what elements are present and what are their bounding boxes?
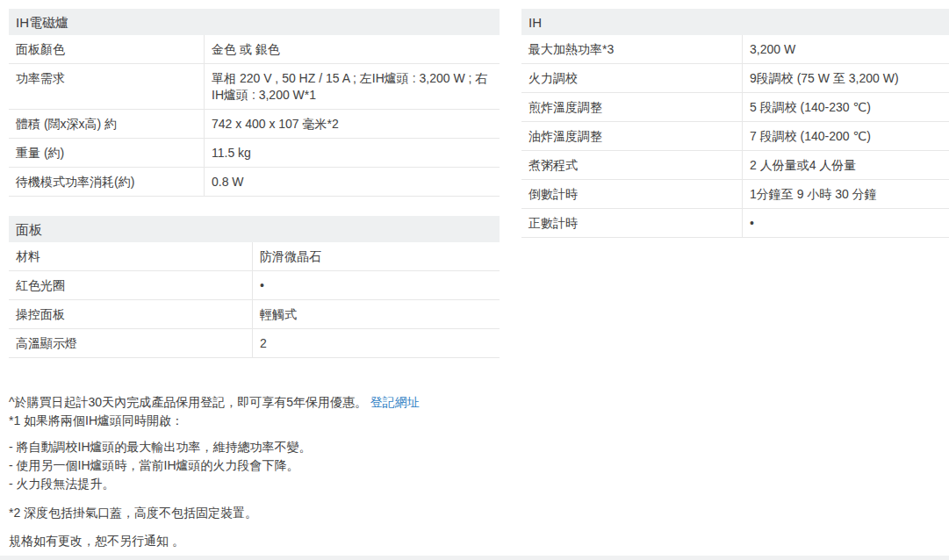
spec-label: 煎炸溫度調整: [521, 93, 742, 121]
table-title: IH電磁爐: [9, 9, 500, 35]
spec-value: 防滑微晶石: [252, 242, 500, 270]
spec-label: 重量 (約): [9, 139, 204, 167]
spec-label: 高溫顯示燈: [9, 329, 252, 357]
table-row: 火力調校 9段調校 (75 W 至 3,200 W): [521, 64, 949, 93]
spec-label: 紅色光圈: [9, 271, 252, 299]
spec-table-ih: IH 最大加熱功率*3 3,200 W 火力調校 9段調校 (75 W 至 3,…: [521, 9, 949, 238]
spec-value: 11.5 kg: [204, 139, 500, 167]
table-row: 重量 (約) 11.5 kg: [9, 139, 500, 168]
spec-label: 火力調校: [521, 64, 742, 92]
spec-value: 輕觸式: [252, 300, 500, 328]
spec-label: 油炸溫度調整: [521, 122, 742, 150]
spec-value: 3,200 W: [742, 35, 949, 63]
table-title: 面板: [9, 216, 500, 242]
table-row: 紅色光圈 •: [9, 271, 500, 300]
spec-value: •: [252, 271, 500, 299]
table-row: 待機模式功率消耗(約) 0.8 W: [9, 168, 500, 197]
spec-label: 材料: [9, 242, 252, 270]
table-row: 體積 (闊x深x高) 約 742 x 400 x 107 毫米*2: [9, 110, 500, 139]
footnote-2: *2 深度包括掛氣口蓋，高度不包括固定裝置。: [9, 504, 949, 522]
table-row: 面板顏色 金色 或 銀色: [9, 35, 500, 64]
table-row: 材料 防滑微晶石: [9, 242, 500, 271]
spec-value: 7 段調校 (140-200 ℃): [742, 122, 949, 150]
table-row: 高溫顯示燈 2: [9, 329, 500, 358]
spec-value: 0.8 W: [204, 168, 500, 196]
spec-label: 待機模式功率消耗(約): [9, 168, 204, 196]
spec-label: 正數計時: [521, 209, 742, 237]
table-row: 油炸溫度調整 7 段調校 (140-200 ℃): [521, 122, 949, 151]
spec-value: 2 人份量或4 人份量: [742, 151, 949, 179]
footnote-1-item: - 火力段無法提升。: [9, 475, 949, 493]
spec-value: 金色 或 銀色: [204, 35, 500, 63]
spec-label: 體積 (闊x深x高) 約: [9, 110, 204, 138]
table-row: 正數計時 •: [521, 209, 949, 238]
spec-table-panel: 面板 材料 防滑微晶石 紅色光圈 • 操控面板 輕觸式 高溫顯示燈 2: [9, 216, 500, 358]
spec-label: 倒數計時: [521, 180, 742, 208]
table-row: 倒數計時 1分鐘至 9 小時 30 分鐘: [521, 180, 949, 209]
table-title: IH: [521, 9, 949, 35]
spec-table-ih-cooker: IH電磁爐 面板顏色 金色 或 銀色 功率需求 單相 220 V , 50 HZ…: [9, 9, 500, 197]
section-divider-bar: [0, 556, 949, 560]
warranty-note-text: ^於購買日起計30天內完成產品保用登記，即可享有5年保用優惠。: [9, 395, 367, 409]
spec-page: IH電磁爐 面板顏色 金色 或 銀色 功率需求 單相 220 V , 50 HZ…: [0, 0, 949, 560]
footnote-1-items: - 將自動調校IH爐頭的最大輸出功率，維持總功率不變。 - 使用另一個IH爐頭時…: [9, 438, 949, 493]
spec-label: 最大加熱功率*3: [521, 35, 742, 63]
spec-value: 單相 220 V , 50 HZ / 15 A ; 左IH爐頭 : 3,200 …: [204, 64, 500, 109]
spec-label: 操控面板: [9, 300, 252, 328]
disclaimer: 規格如有更改，恕不另行通知 。: [9, 532, 949, 550]
table-row: 煮粥程式 2 人份量或4 人份量: [521, 151, 949, 180]
footnote-1-intro: *1 如果將兩個IH爐頭同時開啟：: [9, 412, 949, 430]
spec-label: 煮粥程式: [521, 151, 742, 179]
registration-link[interactable]: 登記網址: [370, 395, 420, 409]
spec-value: 9段調校 (75 W 至 3,200 W): [742, 64, 949, 92]
right-column: IH 最大加熱功率*3 3,200 W 火力調校 9段調校 (75 W 至 3,…: [521, 9, 949, 238]
footnote-1-item: - 將自動調校IH爐頭的最大輸出功率，維持總功率不變。: [9, 438, 949, 456]
spec-value: •: [742, 209, 949, 237]
table-row: 功率需求 單相 220 V , 50 HZ / 15 A ; 左IH爐頭 : 3…: [9, 64, 500, 110]
spec-value: 1分鐘至 9 小時 30 分鐘: [742, 180, 949, 208]
spec-label: 功率需求: [9, 64, 204, 109]
spec-label: 面板顏色: [9, 35, 204, 63]
spec-value: 742 x 400 x 107 毫米*2: [204, 110, 500, 138]
spec-columns: IH電磁爐 面板顏色 金色 或 銀色 功率需求 單相 220 V , 50 HZ…: [0, 0, 949, 358]
left-column: IH電磁爐 面板顏色 金色 或 銀色 功率需求 單相 220 V , 50 HZ…: [9, 9, 500, 358]
spec-value: 5 段調校 (140-230 ℃): [742, 93, 949, 121]
spec-value: 2: [252, 329, 500, 357]
footnotes: ^於購買日起計30天內完成產品保用登記，即可享有5年保用優惠。 登記網址 *1 …: [0, 393, 949, 550]
table-row: 煎炸溫度調整 5 段調校 (140-230 ℃): [521, 93, 949, 122]
footnote-1-item: - 使用另一個IH爐頭時，當前IH爐頭的火力段會下降。: [9, 456, 949, 475]
warranty-note: ^於購買日起計30天內完成產品保用登記，即可享有5年保用優惠。 登記網址: [9, 393, 949, 412]
table-row: 操控面板 輕觸式: [9, 300, 500, 329]
table-row: 最大加熱功率*3 3,200 W: [521, 35, 949, 64]
